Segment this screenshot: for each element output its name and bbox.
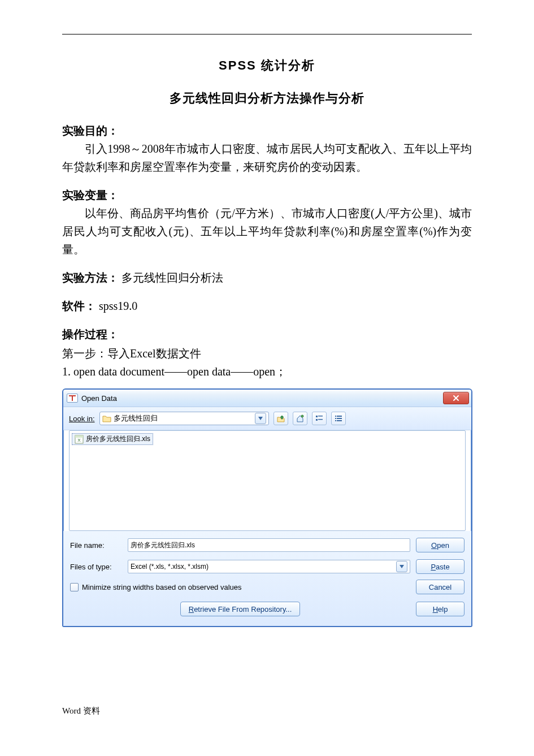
open-data-dialog: Open Data Look in: 多元线性回归 bbox=[62, 388, 472, 627]
section-variables: 实验变量： 以年份、商品房平均售价（元/平方米）、市城市人口密度(人/平方公里)… bbox=[62, 186, 472, 258]
home-icon bbox=[296, 414, 304, 422]
svg-rect-4 bbox=[316, 416, 318, 417]
doc-title: SPSS 统计分析 bbox=[62, 57, 472, 74]
folder-icon bbox=[102, 414, 111, 422]
svg-rect-7 bbox=[318, 419, 323, 420]
svg-rect-5 bbox=[318, 416, 323, 417]
filename-input[interactable]: 房价多元线性回归.xls bbox=[128, 538, 410, 552]
heading-process: 操作过程： bbox=[62, 328, 119, 340]
section-purpose: 实验目的： 引入1998～2008年市城市人口密度、城市居民人均可支配收入、五年… bbox=[62, 122, 472, 176]
close-icon bbox=[453, 395, 459, 401]
dialog-titlebar: Open Data bbox=[63, 390, 471, 407]
folder-up-icon bbox=[277, 414, 285, 422]
app-icon bbox=[67, 394, 78, 403]
open-button[interactable]: Open bbox=[416, 538, 464, 552]
paste-button[interactable]: Paste bbox=[416, 559, 464, 574]
section-method: 实验方法： 多元线性回归分析法 bbox=[62, 269, 472, 287]
chevron-down-icon bbox=[258, 417, 263, 420]
retrieve-repo-button[interactable]: Retrieve File From Repository... bbox=[180, 602, 300, 616]
minimize-widths-checkbox[interactable] bbox=[70, 583, 79, 591]
help-button[interactable]: Help bbox=[416, 602, 464, 616]
minimize-widths-label: Minimize string widths based on observed… bbox=[82, 583, 242, 591]
view-list-button[interactable] bbox=[331, 412, 346, 425]
body-software: spss19.0 bbox=[99, 300, 137, 312]
horizontal-rule bbox=[62, 34, 472, 34]
step-1-title: 第一步：导入Excel数据文件 bbox=[62, 344, 472, 362]
filetype-label: Files of type: bbox=[70, 563, 122, 571]
document-page: SPSS 统计分析 多元线性回归分析方法操作与分析 实验目的： 引入1998～2… bbox=[0, 0, 534, 756]
page-footer: Word 资料 bbox=[62, 706, 100, 716]
file-list[interactable]: X 房价多元线性回归.xls bbox=[69, 430, 466, 531]
filename-label: File name: bbox=[70, 541, 122, 550]
svg-rect-12 bbox=[335, 420, 336, 421]
lookin-value: 多元线性回归 bbox=[114, 413, 253, 424]
svg-rect-2 bbox=[72, 396, 73, 401]
filetype-dropdown-button[interactable] bbox=[396, 561, 407, 572]
grid-view-icon bbox=[315, 414, 323, 422]
up-folder-button[interactable] bbox=[273, 412, 288, 425]
repo-row: Retrieve File From Repository... bbox=[70, 602, 410, 616]
list-view-icon bbox=[335, 414, 342, 422]
close-button[interactable] bbox=[443, 392, 469, 404]
view-icons-button[interactable] bbox=[312, 412, 327, 425]
heading-purpose: 实验目的： bbox=[62, 124, 119, 137]
home-button[interactable] bbox=[293, 412, 307, 425]
svg-rect-9 bbox=[337, 416, 342, 417]
lookin-combo[interactable]: 多元线性回归 bbox=[99, 412, 269, 425]
dialog-title-text: Open Data bbox=[81, 394, 443, 403]
svg-text:X: X bbox=[77, 438, 81, 443]
file-item-name: 房价多元线性回归.xls bbox=[86, 434, 150, 444]
svg-rect-13 bbox=[337, 420, 342, 421]
section-software: 软件： spss19.0 bbox=[62, 297, 472, 315]
body-method: 多元线性回归分析法 bbox=[121, 271, 223, 284]
body-purpose: 引入1998～2008年市城市人口密度、城市居民人均可支配收入、五年以上平均年贷… bbox=[62, 140, 472, 176]
svg-rect-11 bbox=[337, 418, 342, 419]
form-area: File name: 房价多元线性回归.xls Open Files of ty… bbox=[63, 531, 471, 626]
heading-variables: 实验变量： bbox=[62, 189, 119, 201]
filetype-value: Excel (*.xls, *.xlsx, *.xlsm) bbox=[131, 563, 394, 571]
step-1-item: 1. open data document——open data——open； bbox=[62, 362, 472, 381]
filename-value: 房价多元线性回归.xls bbox=[131, 541, 195, 550]
svg-rect-8 bbox=[335, 416, 336, 417]
lookin-row: Look in: 多元线性回归 bbox=[63, 407, 471, 430]
svg-point-3 bbox=[301, 415, 303, 417]
dialog-screenshot: Open Data Look in: 多元线性回归 bbox=[62, 388, 472, 627]
svg-rect-6 bbox=[316, 419, 318, 421]
cancel-button[interactable]: Cancel bbox=[416, 580, 464, 594]
doc-subtitle: 多元线性回归分析方法操作与分析 bbox=[62, 90, 472, 107]
svg-rect-1 bbox=[69, 395, 76, 396]
heading-software: 软件： bbox=[62, 300, 96, 312]
minimize-widths-row: Minimize string widths based on observed… bbox=[70, 583, 410, 591]
chevron-down-icon bbox=[400, 565, 404, 568]
file-item-selected[interactable]: X 房价多元线性回归.xls bbox=[72, 433, 153, 445]
lookin-dropdown-button[interactable] bbox=[255, 413, 266, 424]
svg-rect-10 bbox=[335, 418, 336, 419]
lookin-label: Look in: bbox=[69, 414, 95, 423]
filetype-combo[interactable]: Excel (*.xls, *.xlsx, *.xlsm) bbox=[128, 560, 410, 573]
body-variables: 以年份、商品房平均售价（元/平方米）、市城市人口密度(人/平方公里)、城市居民人… bbox=[62, 204, 472, 258]
section-process: 操作过程： bbox=[62, 325, 472, 343]
heading-method: 实验方法： bbox=[62, 271, 119, 284]
excel-file-icon: X bbox=[75, 435, 84, 444]
